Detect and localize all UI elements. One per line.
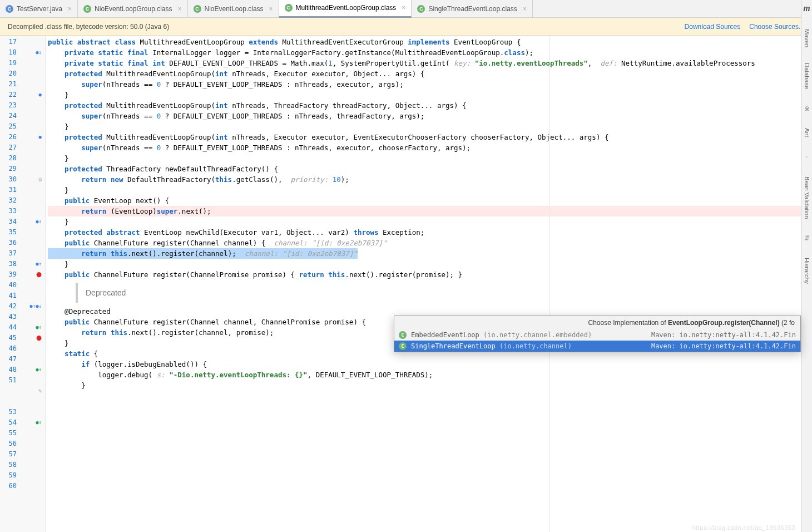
banner-message: Decompiled .class file, bytecode version… [8,23,169,31]
bean-validation-icon: ◦ [805,153,808,161]
ant-icon: ※ [804,105,810,112]
side-tool-ant[interactable]: Ant [804,128,810,137]
close-icon[interactable]: × [523,5,527,13]
class-icon: C [399,342,407,350]
choose-implementation-popup: Choose Implementation of EventLoopGroup.… [394,316,801,352]
implementation-option[interactable]: CSingleThreadEventLoop (io.netty.channel… [394,341,800,352]
close-icon[interactable]: × [402,4,405,12]
tab-label: MultithreadEventLoopGroup.class [296,4,397,12]
tab-label: TestServer.java [17,5,62,13]
class-icon: C [194,5,201,13]
tab-label: NioEventLoop.class [205,5,264,13]
right-tool-strip: m Maven Database ※ Ant ◦ Bean Validation… [801,0,812,532]
side-tool-hierarchy[interactable]: Hierarchy [804,258,810,284]
class-icon: C [399,331,407,339]
right-margin-line [549,36,550,532]
class-icon: C [285,4,293,12]
tab-label: SingleThreadEventLoop.class [428,5,517,13]
implementation-option[interactable]: CEmbeddedEventLoop (io.netty.channel.emb… [394,329,800,341]
code-area[interactable]: public abstract class MultithreadEventLo… [46,36,812,532]
side-tool-maven[interactable]: Maven [804,29,810,47]
tab-testserver[interactable]: C TestServer.java × [0,0,78,18]
choose-sources-link[interactable]: Choose Sources... [749,23,804,31]
close-icon[interactable]: × [269,5,273,13]
close-icon[interactable]: × [177,5,181,13]
close-icon[interactable]: × [68,5,72,13]
java-class-icon: C [6,5,13,13]
side-tool-database[interactable]: Database [804,63,810,89]
tab-singlethreadeventloop[interactable]: C SingleThreadEventLoop.class × [412,0,532,18]
side-tool-bean-validation[interactable]: Bean Validation [804,176,810,219]
tab-label: NioEventLoopGroup.class [95,5,172,13]
tab-nioeventloop[interactable]: C NioEventLoop.class × [188,0,279,18]
popup-title: Choose Implementation of EventLoopGroup.… [394,316,800,329]
editor-area: 1718●↓19202122●23242526●27282930@3132333… [0,36,812,532]
decompiled-banner: Decompiled .class file, bytecode version… [0,18,812,36]
tab-nioeventloopgroup[interactable]: C NioEventLoopGroup.class × [78,0,187,18]
tab-multithreadeventloopgroup[interactable]: C MultithreadEventLoopGroup.class × [279,0,412,18]
class-icon: C [83,5,91,13]
class-icon: C [417,5,425,13]
editor-tabs: C TestServer.java × C NioEventLoopGroup.… [0,0,812,18]
download-sources-link[interactable]: Download Sources [685,23,741,31]
maven-icon[interactable]: m [803,3,810,13]
gutter[interactable]: 1718●↓19202122●23242526●27282930@3132333… [0,36,46,532]
watermark: https://blog.csdn.net/qq_19636353 [692,524,795,531]
hierarchy-icon: ⇵ [804,234,810,242]
